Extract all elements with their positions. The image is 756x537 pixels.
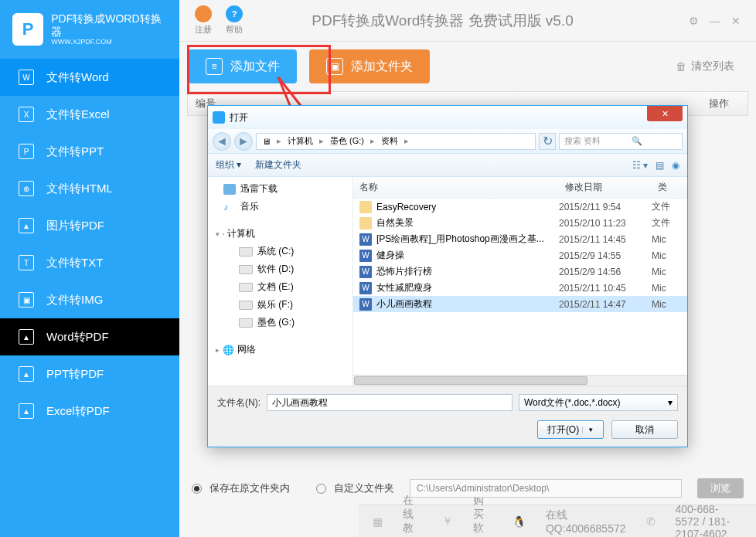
- chevron-down-icon: ▼: [582, 427, 594, 433]
- radio-custom[interactable]: [316, 484, 326, 494]
- file-row[interactable]: W恐怖片排行榜2015/2/9 14:56Mic: [353, 263, 687, 280]
- browse-button[interactable]: 浏览: [697, 478, 744, 498]
- radio-original[interactable]: [192, 484, 202, 494]
- file-row[interactable]: W[PS绘画教程]_用Photoshop画漫画之基...2015/2/11 14…: [353, 231, 687, 247]
- nav-label: Excel转PDF: [46, 404, 110, 419]
- sidebar-item[interactable]: ▲Excel转PDF: [0, 393, 179, 430]
- view-list-button[interactable]: ▤: [656, 160, 664, 171]
- crumb-item[interactable]: 墨色 (G:): [328, 135, 366, 147]
- cancel-button[interactable]: 取消: [611, 420, 678, 439]
- register-label: 注册: [195, 24, 212, 36]
- dialog-close-button[interactable]: ✕: [647, 106, 683, 121]
- sidebar-item[interactable]: X文件转Excel: [0, 96, 179, 133]
- nav-icon: P: [19, 144, 34, 159]
- view-mode-button[interactable]: ☷ ▾: [632, 160, 648, 171]
- topbar: 注册 ? 帮助 PDF转换成Word转换器 免费试用版 v5.0 ⚙ — ✕: [179, 0, 756, 42]
- nav-label: 文件转Word: [46, 70, 109, 85]
- file-row[interactable]: W女性减肥瘦身2015/2/11 10:45Mic: [353, 280, 687, 296]
- dialog-help-icon[interactable]: ◉: [672, 160, 679, 171]
- dialog-toolbar: 组织 ▾ 新建文件夹 ☷ ▾ ▤ ◉: [208, 154, 687, 177]
- nav-icon: ▲: [19, 366, 34, 382]
- file-open-dialog: 打开 ✕ ◄ ► 🖥 ▸计算机▸墨色 (G:)▸资料▸ ↻ 搜索 资料 🔍 组织…: [207, 105, 688, 447]
- tree-drive[interactable]: 软件 (D:): [208, 260, 352, 278]
- help-button[interactable]: ? 帮助: [226, 5, 243, 36]
- crumb-item[interactable]: 资料: [379, 135, 400, 147]
- file-date: 2015/2/10 11:23: [559, 218, 652, 229]
- tree-drive[interactable]: 文档 (E:): [208, 278, 352, 296]
- wdoc-icon: W: [359, 298, 372, 311]
- file-date: 2015/2/11 10:45: [559, 283, 652, 294]
- file-list-header: 名称 修改日期 类: [353, 177, 687, 199]
- drive-icon: [239, 247, 253, 257]
- tree-network[interactable]: ▸🌐网络: [208, 341, 352, 359]
- nav-fwd-button[interactable]: ►: [234, 132, 253, 151]
- col-action: 操作: [701, 92, 747, 115]
- file-name: EasyRecovery: [376, 202, 559, 212]
- open-button[interactable]: 打开(O)▼: [537, 420, 604, 439]
- search-input[interactable]: 搜索 资料 🔍: [559, 133, 683, 150]
- organize-button[interactable]: 组织 ▾: [216, 158, 241, 172]
- nav-back-button[interactable]: ◄: [213, 132, 231, 151]
- nav-icon: T: [19, 255, 34, 270]
- clear-label: 清空列表: [691, 59, 734, 73]
- folder-icon: [359, 217, 372, 229]
- breadcrumb[interactable]: 🖥 ▸计算机▸墨色 (G:)▸资料▸: [256, 133, 536, 150]
- globe-icon: ▦: [373, 515, 383, 528]
- music-icon: ♪: [223, 202, 236, 212]
- register-button[interactable]: 注册: [195, 5, 212, 36]
- tree-drive[interactable]: 墨色 (G:): [208, 314, 352, 331]
- nav-label: 文件转TXT: [46, 256, 103, 270]
- file-type: Mic: [652, 283, 687, 294]
- col-type[interactable]: 类: [652, 177, 687, 198]
- tree-music[interactable]: ♪音乐: [208, 198, 352, 216]
- file-name: [PS绘画教程]_用Photoshop画漫画之基...: [376, 233, 559, 246]
- col-name[interactable]: 名称: [353, 177, 559, 198]
- close-icon[interactable]: ✕: [731, 15, 741, 27]
- crumb-item[interactable]: 计算机: [285, 135, 315, 147]
- refresh-button[interactable]: ↻: [539, 133, 556, 150]
- col-date[interactable]: 修改日期: [559, 177, 652, 198]
- sidebar-item[interactable]: ▲Word转PDF: [0, 318, 179, 355]
- tree-computer[interactable]: ▾计算机: [208, 225, 352, 243]
- nav-label: 文件转IMG: [46, 293, 103, 308]
- nav-label: Word转PDF: [46, 330, 109, 345]
- dialog-title: 打开: [230, 111, 248, 124]
- wdoc-icon: W: [359, 233, 372, 246]
- h-scrollbar[interactable]: [353, 375, 687, 386]
- sidebar-item[interactable]: W文件转Word: [0, 59, 179, 96]
- path-display: C:\Users\Administrator\Desktop\: [410, 479, 682, 498]
- download-icon: [223, 184, 236, 195]
- file-row[interactable]: EasyRecovery2015/2/11 9:54文件: [353, 199, 687, 215]
- filename-input[interactable]: [267, 394, 513, 411]
- new-folder-button[interactable]: 新建文件夹: [255, 158, 301, 172]
- search-placeholder: 搜索 资料: [564, 135, 601, 147]
- tree-drive[interactable]: 系统 (C:): [208, 243, 352, 260]
- file-row[interactable]: W小儿画画教程2015/2/11 14:47Mic: [353, 296, 687, 312]
- sidebar-item[interactable]: ▲PPT转PDF: [0, 355, 179, 393]
- footer-phone: 400-668-5572 / 181-2107-4602: [676, 503, 742, 538]
- sidebar-item[interactable]: T文件转TXT: [0, 244, 179, 281]
- chevron-right-icon: ▸: [317, 136, 326, 146]
- clear-list-button[interactable]: 🗑 清空列表: [676, 59, 747, 73]
- sidebar-item[interactable]: ▣文件转IMG: [0, 281, 179, 318]
- dialog-titlebar: 打开 ✕: [208, 106, 687, 129]
- sidebar-item[interactable]: P文件转PPT: [0, 133, 179, 170]
- file-row[interactable]: 自然美景2015/2/10 11:23文件: [353, 215, 687, 231]
- file-type: Mic: [652, 250, 687, 261]
- footer-qq[interactable]: 在线QQ:4006685572: [546, 508, 626, 535]
- dialog-footer: 文件名(N): Word文件(*.doc,*.docx) ▾ 打开(O)▼ 取消: [208, 386, 687, 447]
- file-row[interactable]: W健身操2015/2/9 14:55Mic: [353, 247, 687, 263]
- app-title: PDF转换成Word转换器 免费试用版 v5.0: [257, 11, 675, 31]
- nav-icon: ▣: [19, 292, 34, 308]
- sidebar-item[interactable]: ⊕文件转HTML: [0, 170, 179, 207]
- add-folder-label: 添加文件夹: [351, 59, 413, 75]
- sidebar-item[interactable]: ▲图片转PDF: [0, 207, 179, 244]
- settings-icon[interactable]: ⚙: [689, 15, 699, 27]
- nav-label: 文件转PPT: [46, 144, 104, 159]
- tree-drive[interactable]: 娱乐 (F:): [208, 296, 352, 314]
- filetype-select[interactable]: Word文件(*.doc,*.docx) ▾: [519, 394, 678, 411]
- opt-custom-label: 自定义文件夹: [334, 481, 394, 495]
- file-type: 文件: [652, 200, 687, 213]
- tree-download[interactable]: 迅雷下载: [208, 180, 352, 198]
- minimize-icon[interactable]: —: [710, 15, 720, 27]
